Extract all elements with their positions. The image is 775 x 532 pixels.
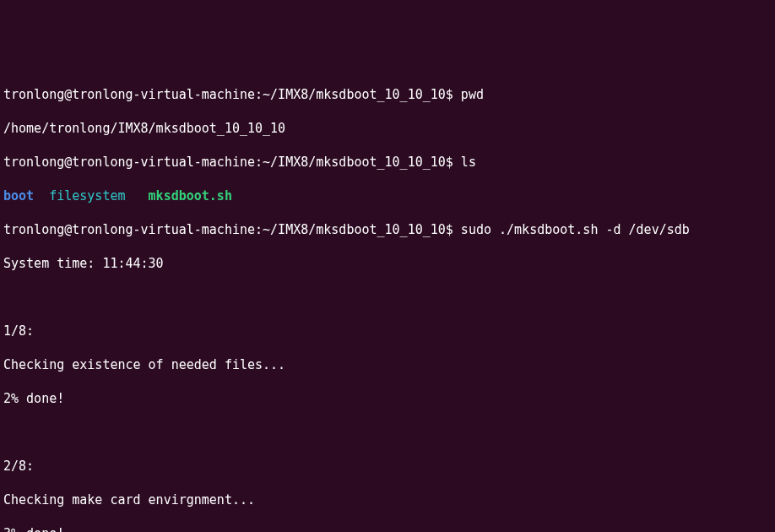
blank-line xyxy=(3,424,772,441)
prompt-line-1: tronlong@tronlong-virtual-machine:~/IMX8… xyxy=(3,86,772,103)
ls-filesystem: filesystem xyxy=(49,188,125,204)
command-ls: ls xyxy=(461,155,476,170)
prompt-text: tronlong@tronlong-virtual-machine:~/IMX8… xyxy=(3,222,461,237)
command-mksdboot: sudo ./mksdboot.sh -d /dev/sdb xyxy=(461,222,690,237)
prompt-text: tronlong@tronlong-virtual-machine:~/IMX8… xyxy=(3,155,461,170)
prompt-line-3: tronlong@tronlong-virtual-machine:~/IMX8… xyxy=(3,221,772,238)
pwd-output: /home/tronlong/IMX8/mksdboot_10_10_10 xyxy=(3,120,772,137)
step-header: 1/8: xyxy=(3,323,772,339)
step-message: Checking existence of needed files... xyxy=(3,356,772,373)
blank-line xyxy=(3,289,772,306)
ls-boot-dir: boot xyxy=(3,188,34,204)
step-done: 2% done! xyxy=(3,390,772,407)
ls-output: boot filesystem mksdboot.sh xyxy=(3,187,772,204)
command-pwd: pwd xyxy=(461,87,484,102)
system-time: System time: 11:44:30 xyxy=(3,255,772,272)
step-message: Checking make card envirgnment... xyxy=(3,491,772,508)
step-header: 2/8: xyxy=(3,458,772,475)
prompt-line-2: tronlong@tronlong-virtual-machine:~/IMX8… xyxy=(3,154,772,171)
step-done: 3% done! xyxy=(3,525,772,532)
prompt-text: tronlong@tronlong-virtual-machine:~/IMX8… xyxy=(3,87,461,102)
ls-mksdboot-script: mksdboot.sh xyxy=(149,188,232,204)
terminal-output[interactable]: tronlong@tronlong-virtual-machine:~/IMX8… xyxy=(3,69,772,532)
